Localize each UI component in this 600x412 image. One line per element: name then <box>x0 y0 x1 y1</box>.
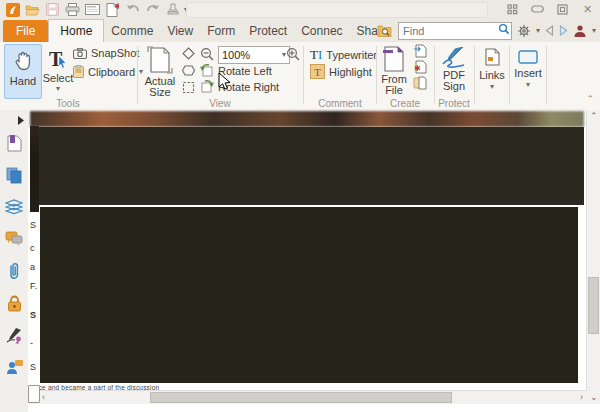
select-icon: T <box>47 48 69 72</box>
snapshot-button[interactable]: SnapShot <box>73 47 139 59</box>
fit-visible-icon[interactable] <box>182 81 195 94</box>
clipboard-label: Clipboard <box>88 66 135 78</box>
rotate-right-icon <box>200 80 214 93</box>
bookmarks-icon[interactable] <box>5 134 23 152</box>
text-fragment: S <box>30 310 40 320</box>
photo-left-sliver <box>30 126 39 212</box>
from-file-label: From File <box>377 74 411 96</box>
actual-size-button[interactable]: Actual Size <box>140 44 180 104</box>
zoom-out-icon[interactable] <box>200 47 215 62</box>
snapshot-camera-icon <box>73 48 87 59</box>
forward-icon[interactable] <box>559 25 568 36</box>
svg-text:✱: ✱ <box>115 3 120 11</box>
tab-protect[interactable]: Protect <box>242 20 294 42</box>
quick-access-toolbar: ✱ ▾ <box>4 2 208 17</box>
restore-button[interactable] <box>556 3 569 15</box>
collapse-ribbon-icon[interactable]: ⌃ <box>586 94 594 104</box>
pdf-sign-button[interactable]: PDF Sign <box>436 44 472 102</box>
tab-form[interactable]: Form <box>200 20 242 42</box>
redo-icon[interactable] <box>144 2 161 17</box>
links-button[interactable]: Links ▾ <box>476 44 508 104</box>
typewriter-icon: TI <box>310 47 322 63</box>
rotate-left-button[interactable]: Rotate Left <box>200 64 272 77</box>
group-label-create: Create <box>377 98 433 109</box>
zoom-in-icon[interactable] <box>286 47 301 62</box>
save-icon[interactable] <box>44 2 61 17</box>
group-view: Actual Size 100% ▾ Rotate <box>138 42 302 110</box>
user-dropdown-caret[interactable]: ▾ <box>592 27 596 35</box>
settings-gear-icon[interactable] <box>517 24 531 38</box>
sidebar-expand-arrow-icon[interactable] <box>17 116 24 125</box>
highlight-label: Highlight <box>329 66 372 78</box>
find-input[interactable] <box>398 22 512 40</box>
rotate-right-button[interactable]: Rotate Right <box>200 80 279 93</box>
scroll-right-icon[interactable]: › <box>580 391 583 404</box>
tabrow-right-cluster: ▾ ▾ <box>377 21 596 40</box>
zoom-level-combobox[interactable]: 100% ▾ <box>218 46 290 64</box>
vertical-scrollbar-thumb[interactable] <box>588 277 599 334</box>
user-account-icon[interactable] <box>573 24 587 37</box>
fit-width-icon[interactable] <box>182 64 195 77</box>
shared-review-icon[interactable] <box>5 358 23 376</box>
tab-file[interactable]: File <box>3 20 48 42</box>
group-label-tools: Tools <box>0 98 136 109</box>
comments-icon[interactable] <box>5 230 23 248</box>
digital-signatures-icon[interactable] <box>5 326 23 344</box>
email-send-icon[interactable] <box>84 2 101 17</box>
clipboard-icon <box>73 65 84 78</box>
scroll-left-icon[interactable]: ‹ <box>42 391 45 404</box>
horizontal-scrollbar[interactable]: ‹ › <box>28 390 587 404</box>
search-folder-icon[interactable] <box>377 24 393 37</box>
ribbon-home: Hand T Select ▾ SnapShot Clipboard ▾ Too… <box>0 42 600 111</box>
attachments-icon[interactable] <box>5 262 23 280</box>
window-title-area <box>186 2 488 18</box>
new-document-icon[interactable]: ✱ <box>104 2 121 17</box>
create-from-clipboard-icon[interactable] <box>413 76 427 90</box>
insert-icon <box>518 50 538 64</box>
links-dropdown-caret: ▾ <box>490 83 494 91</box>
rotate-left-label: Rotate Left <box>218 65 272 77</box>
titlebar: ✱ ▾ ✕ <box>0 0 600 20</box>
text-fragment: c <box>30 243 40 253</box>
close-button[interactable]: ✕ <box>581 3 594 15</box>
app-grid-icon[interactable] <box>506 3 519 15</box>
hand-icon <box>12 49 34 73</box>
document-pane[interactable]: S c a F. S - S ence and became a part of… <box>28 110 600 412</box>
horizontal-scrollbar-thumb[interactable] <box>150 392 452 403</box>
insert-label: Insert <box>514 67 542 79</box>
highlight-button[interactable]: T Highlight <box>310 64 372 79</box>
clipboard-button[interactable]: Clipboard ▾ <box>73 65 143 78</box>
tab-home[interactable]: Home <box>48 19 104 42</box>
print-icon[interactable] <box>64 2 81 17</box>
tab-comment[interactable]: Comme <box>104 20 160 42</box>
vertical-scrollbar[interactable]: ⌃ ⌄ <box>586 110 600 404</box>
create-from-scanner-icon[interactable] <box>413 44 427 58</box>
tab-connect[interactable]: Connec <box>294 20 349 42</box>
insert-button[interactable]: Insert ▾ <box>511 44 545 104</box>
create-blank-icon[interactable]: ✱ <box>413 60 427 74</box>
undo-icon[interactable] <box>124 2 141 17</box>
scroll-down-icon[interactable]: ⌄ <box>590 391 598 404</box>
group-label-view: View <box>138 98 302 109</box>
tab-view[interactable]: View <box>160 20 200 42</box>
security-icon[interactable] <box>5 294 23 312</box>
open-file-icon[interactable] <box>24 2 41 17</box>
layers-icon[interactable] <box>5 198 23 216</box>
svg-text:✱: ✱ <box>414 64 421 73</box>
stamp-icon[interactable] <box>164 2 181 17</box>
links-label: Links <box>479 69 505 81</box>
select-tool-button[interactable]: T Select ▾ <box>42 44 74 102</box>
typewriter-button[interactable]: TI Typewriter <box>310 47 377 63</box>
from-file-button[interactable]: From File <box>377 44 411 102</box>
find-magnifier-icon[interactable] <box>498 23 510 35</box>
hand-tool-button[interactable]: Hand <box>4 44 42 99</box>
fit-page-icon[interactable] <box>182 47 195 60</box>
back-icon[interactable] <box>545 25 554 36</box>
insert-dropdown-caret: ▾ <box>526 81 530 89</box>
page-thumbnails-icon[interactable] <box>5 166 23 184</box>
scroll-up-icon[interactable]: ⌃ <box>590 110 598 123</box>
pdf-sign-icon <box>441 47 467 69</box>
minimize-button[interactable] <box>531 3 544 15</box>
settings-dropdown-caret[interactable]: ▾ <box>536 27 540 35</box>
navigation-sidebar <box>0 110 29 412</box>
